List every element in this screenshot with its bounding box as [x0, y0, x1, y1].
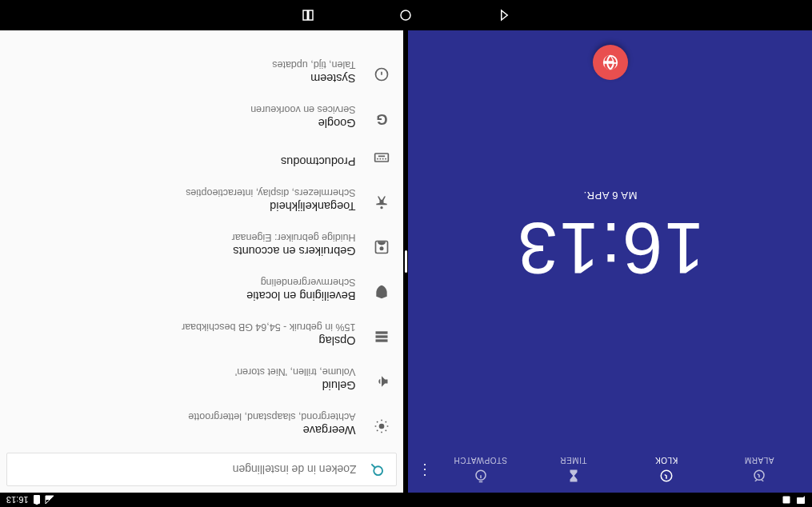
status-time: 16:13 — [6, 495, 29, 505]
tab-label: ALARM — [744, 457, 774, 465]
info-icon — [374, 66, 391, 83]
nav-bar — [0, 0, 812, 30]
keyboard-icon — [374, 149, 391, 166]
settings-item-security[interactable]: Beveiliging en locatie Schermvergrendeli… — [0, 267, 404, 312]
svg-rect-18 — [378, 158, 379, 160]
settings-item-display[interactable]: Weergave Achtergrond, slaapstand, letter… — [0, 401, 404, 446]
accessibility-icon — [374, 194, 391, 211]
clock-body: 16:13 MA 6 APR. — [409, 30, 813, 448]
globe-icon — [602, 54, 619, 71]
stopwatch-icon — [473, 469, 489, 485]
svg-rect-22 — [309, 10, 313, 20]
svg-rect-1 — [34, 495, 40, 504]
settings-list[interactable]: Weergave Achtergrond, slaapstand, letter… — [0, 30, 404, 446]
item-title: Google — [250, 117, 355, 130]
settings-item-users[interactable]: Gebruikers en accounts Huidige gebruiker… — [0, 222, 404, 267]
item-title: Beveiliging en locatie — [246, 289, 355, 302]
svg-rect-17 — [380, 158, 382, 160]
item-subtitle: Services en voorkeuren — [250, 104, 355, 115]
svg-rect-16 — [382, 158, 384, 160]
nav-back-button[interactable] — [495, 6, 513, 24]
svg-point-21 — [402, 10, 411, 20]
item-subtitle: Talen, tijd, updates — [272, 59, 355, 70]
alarm-icon — [751, 469, 767, 485]
item-subtitle: Achtergrond, slaapstand, lettergrootte — [188, 411, 355, 422]
shield-icon — [374, 283, 391, 301]
svg-rect-2 — [35, 504, 38, 505]
storage-icon — [374, 328, 391, 345]
svg-point-12 — [380, 246, 384, 250]
notification-icon — [796, 495, 806, 505]
svg-rect-9 — [376, 335, 388, 337]
search-placeholder: Zoeken in de instellingen — [233, 463, 357, 476]
tab-stopwatch[interactable]: STOPWATCH — [434, 457, 527, 485]
clock-date: MA 6 APR. — [583, 190, 637, 202]
svg-rect-14 — [375, 154, 389, 162]
clock-tabs: ALARM KLOK TIMER — [409, 448, 813, 493]
settings-item-sound[interactable]: Geluid Volume, trillen, 'Niet storen' — [0, 357, 404, 401]
settings-item-productmode[interactable]: Productmodus — [0, 139, 404, 178]
svg-point-13 — [381, 206, 383, 209]
item-title: Systeem — [272, 72, 355, 85]
clock-icon — [658, 469, 674, 485]
settings-item-storage[interactable]: Opslag 15% in gebruik - 54,64 GB beschik… — [0, 312, 404, 357]
svg-rect-19 — [378, 156, 385, 158]
tab-label: TIMER — [560, 457, 587, 465]
settings-item-accessibility[interactable]: Toegankelijkheid Schermlezers, display, … — [0, 178, 404, 222]
clock-app-pane: ALARM KLOK TIMER — [409, 30, 813, 493]
search-icon — [370, 461, 386, 477]
item-subtitle: Huidige gebruiker: Eigenaar — [232, 232, 356, 243]
item-subtitle: Schermvergrendeling — [246, 277, 355, 288]
add-world-clock-fab[interactable] — [593, 45, 628, 80]
svg-rect-23 — [304, 10, 308, 20]
nav-recent-button[interactable] — [300, 6, 318, 24]
signal-icon — [45, 495, 54, 505]
item-title: Toegankelijkheid — [186, 200, 355, 213]
tab-clock[interactable]: KLOK — [620, 457, 713, 485]
svg-point-6 — [374, 466, 383, 475]
svg-rect-8 — [376, 339, 388, 341]
svg-rect-15 — [386, 158, 387, 160]
google-icon: G — [374, 110, 391, 128]
tab-label: STOPWATCH — [454, 457, 507, 465]
item-title: Weergave — [188, 424, 355, 437]
settings-search-bar[interactable]: Zoeken in de instellingen — [6, 453, 398, 486]
svg-rect-10 — [376, 331, 388, 333]
sound-icon — [374, 373, 391, 390]
nav-home-button[interactable] — [398, 6, 415, 24]
battery-icon — [34, 495, 40, 505]
settings-item-google[interactable]: G Google Services en voorkeuren — [0, 94, 404, 139]
user-icon — [374, 238, 391, 256]
item-subtitle: 15% in gebruik - 54,64 GB beschikbaar — [182, 321, 356, 333]
item-title: Gebruikers en accounts — [232, 245, 356, 257]
settings-item-system[interactable]: Systeem Talen, tijd, updates — [0, 50, 404, 94]
item-title: Productmodus — [281, 155, 356, 168]
display-icon — [374, 417, 391, 435]
item-title: Opslag — [182, 334, 356, 347]
hourglass-icon — [566, 469, 582, 485]
tab-timer[interactable]: TIMER — [527, 457, 620, 485]
item-title: Geluid — [235, 379, 356, 392]
status-bar: 16:13 — [0, 493, 812, 507]
clock-time: 16:13 — [516, 206, 704, 289]
settings-app-pane: Zoeken in de instellingen Weergave Achte… — [0, 30, 404, 493]
clock-overflow-menu[interactable]: ⋮ — [415, 461, 434, 479]
item-subtitle: Schermlezers, display, interactieopties — [186, 187, 355, 198]
notification-icon-2 — [782, 495, 791, 505]
svg-point-7 — [379, 424, 385, 429]
item-subtitle: Volume, trillen, 'Niet storen' — [235, 366, 356, 377]
tab-label: KLOK — [654, 457, 678, 465]
svg-rect-0 — [783, 497, 790, 504]
tab-alarm[interactable]: ALARM — [713, 457, 806, 485]
